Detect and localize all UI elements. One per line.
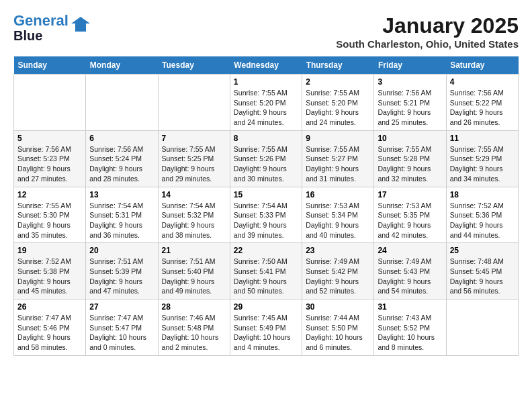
calendar-cell: 14Sunrise: 7:54 AM Sunset: 5:32 PM Dayli… <box>158 187 230 243</box>
day-number: 24 <box>378 246 442 255</box>
day-info: Sunrise: 7:56 AM Sunset: 5:22 PM Dayligh… <box>450 88 515 128</box>
day-number: 3 <box>378 77 442 87</box>
calendar-cell: 12Sunrise: 7:55 AM Sunset: 5:30 PM Dayli… <box>14 187 86 243</box>
calendar-cell: 5Sunrise: 7:56 AM Sunset: 5:23 PM Daylig… <box>14 130 86 187</box>
day-number: 20 <box>89 246 154 255</box>
calendar-week-5: 26Sunrise: 7:47 AM Sunset: 5:46 PM Dayli… <box>14 300 519 356</box>
column-header-tuesday: Tuesday <box>158 56 230 75</box>
calendar-cell: 20Sunrise: 7:51 AM Sunset: 5:39 PM Dayli… <box>86 243 158 300</box>
calendar-cell: 16Sunrise: 7:53 AM Sunset: 5:34 PM Dayli… <box>302 187 374 243</box>
calendar-cell: 4Sunrise: 7:56 AM Sunset: 5:22 PM Daylig… <box>446 75 518 131</box>
day-number: 19 <box>17 246 82 255</box>
day-number: 15 <box>234 190 298 199</box>
logo-icon <box>71 17 90 34</box>
day-info: Sunrise: 7:56 AM Sunset: 5:23 PM Dayligh… <box>17 144 82 184</box>
day-info: Sunrise: 7:53 AM Sunset: 5:35 PM Dayligh… <box>378 201 442 240</box>
day-info: Sunrise: 7:54 AM Sunset: 5:33 PM Dayligh… <box>234 201 298 240</box>
day-number: 10 <box>378 134 442 143</box>
day-info: Sunrise: 7:56 AM Sunset: 5:24 PM Dayligh… <box>89 144 154 184</box>
day-number: 30 <box>306 302 370 312</box>
svg-marker-0 <box>71 17 90 32</box>
calendar-cell: 2Sunrise: 7:55 AM Sunset: 5:20 PM Daylig… <box>302 75 374 131</box>
day-info: Sunrise: 7:55 AM Sunset: 5:20 PM Dayligh… <box>306 88 370 128</box>
day-number: 7 <box>162 134 226 143</box>
day-info: Sunrise: 7:55 AM Sunset: 5:20 PM Dayligh… <box>234 88 298 128</box>
calendar-subtitle: South Charleston, Ohio, United States <box>336 38 519 50</box>
day-info: Sunrise: 7:47 AM Sunset: 5:46 PM Dayligh… <box>17 313 82 353</box>
calendar-cell <box>14 75 86 131</box>
day-info: Sunrise: 7:45 AM Sunset: 5:49 PM Dayligh… <box>234 313 298 353</box>
calendar-cell <box>158 75 230 131</box>
day-info: Sunrise: 7:52 AM Sunset: 5:38 PM Dayligh… <box>17 257 82 296</box>
calendar-cell: 1Sunrise: 7:55 AM Sunset: 5:20 PM Daylig… <box>230 75 302 131</box>
calendar-cell: 11Sunrise: 7:55 AM Sunset: 5:29 PM Dayli… <box>446 130 518 187</box>
calendar-cell: 27Sunrise: 7:47 AM Sunset: 5:47 PM Dayli… <box>86 300 158 356</box>
column-header-friday: Friday <box>374 56 446 75</box>
day-info: Sunrise: 7:55 AM Sunset: 5:27 PM Dayligh… <box>306 144 370 184</box>
logo-text: General Blue <box>13 13 69 43</box>
day-number: 21 <box>162 246 226 255</box>
day-info: Sunrise: 7:44 AM Sunset: 5:50 PM Dayligh… <box>306 313 370 353</box>
day-number: 23 <box>306 246 370 255</box>
day-info: Sunrise: 7:52 AM Sunset: 5:36 PM Dayligh… <box>450 201 515 240</box>
calendar-table: SundayMondayTuesdayWednesdayThursdayFrid… <box>13 56 519 356</box>
calendar-cell: 30Sunrise: 7:44 AM Sunset: 5:50 PM Dayli… <box>302 300 374 356</box>
day-number: 16 <box>306 190 370 199</box>
calendar-cell: 26Sunrise: 7:47 AM Sunset: 5:46 PM Dayli… <box>14 300 86 356</box>
calendar-cell: 31Sunrise: 7:43 AM Sunset: 5:52 PM Dayli… <box>374 300 446 356</box>
day-info: Sunrise: 7:50 AM Sunset: 5:41 PM Dayligh… <box>234 257 298 296</box>
day-number: 9 <box>306 134 370 143</box>
day-number: 4 <box>450 77 515 87</box>
calendar-cell: 24Sunrise: 7:49 AM Sunset: 5:43 PM Dayli… <box>374 243 446 300</box>
calendar-cell: 21Sunrise: 7:51 AM Sunset: 5:40 PM Dayli… <box>158 243 230 300</box>
day-number: 12 <box>17 190 82 199</box>
calendar-cell: 10Sunrise: 7:55 AM Sunset: 5:28 PM Dayli… <box>374 130 446 187</box>
column-header-sunday: Sunday <box>14 56 86 75</box>
calendar-week-3: 12Sunrise: 7:55 AM Sunset: 5:30 PM Dayli… <box>14 187 519 243</box>
calendar-cell: 15Sunrise: 7:54 AM Sunset: 5:33 PM Dayli… <box>230 187 302 243</box>
day-number: 13 <box>89 190 154 199</box>
day-info: Sunrise: 7:55 AM Sunset: 5:26 PM Dayligh… <box>234 144 298 184</box>
day-number: 11 <box>450 134 515 143</box>
day-info: Sunrise: 7:53 AM Sunset: 5:34 PM Dayligh… <box>306 201 370 240</box>
day-info: Sunrise: 7:43 AM Sunset: 5:52 PM Dayligh… <box>378 313 442 353</box>
day-info: Sunrise: 7:54 AM Sunset: 5:31 PM Dayligh… <box>89 201 154 240</box>
calendar-cell: 28Sunrise: 7:46 AM Sunset: 5:48 PM Dayli… <box>158 300 230 356</box>
day-number: 5 <box>17 134 82 143</box>
day-info: Sunrise: 7:55 AM Sunset: 5:29 PM Dayligh… <box>450 144 515 184</box>
day-number: 2 <box>306 77 370 87</box>
calendar-cell: 8Sunrise: 7:55 AM Sunset: 5:26 PM Daylig… <box>230 130 302 187</box>
column-header-saturday: Saturday <box>446 56 518 75</box>
day-number: 26 <box>17 302 82 312</box>
day-info: Sunrise: 7:56 AM Sunset: 5:21 PM Dayligh… <box>378 88 442 128</box>
calendar-cell: 23Sunrise: 7:49 AM Sunset: 5:42 PM Dayli… <box>302 243 374 300</box>
calendar-week-1: 1Sunrise: 7:55 AM Sunset: 5:20 PM Daylig… <box>14 75 519 131</box>
calendar-cell: 13Sunrise: 7:54 AM Sunset: 5:31 PM Dayli… <box>86 187 158 243</box>
calendar-cell: 19Sunrise: 7:52 AM Sunset: 5:38 PM Dayli… <box>14 243 86 300</box>
day-info: Sunrise: 7:51 AM Sunset: 5:40 PM Dayligh… <box>162 257 226 296</box>
day-number: 28 <box>162 302 226 312</box>
calendar-cell <box>86 75 158 131</box>
day-number: 6 <box>89 134 154 143</box>
calendar-cell: 18Sunrise: 7:52 AM Sunset: 5:36 PM Dayli… <box>446 187 518 243</box>
calendar-cell: 17Sunrise: 7:53 AM Sunset: 5:35 PM Dayli… <box>374 187 446 243</box>
day-info: Sunrise: 7:51 AM Sunset: 5:39 PM Dayligh… <box>89 257 154 296</box>
calendar-week-2: 5Sunrise: 7:56 AM Sunset: 5:23 PM Daylig… <box>14 130 519 187</box>
calendar-cell: 22Sunrise: 7:50 AM Sunset: 5:41 PM Dayli… <box>230 243 302 300</box>
day-info: Sunrise: 7:54 AM Sunset: 5:32 PM Dayligh… <box>162 201 226 240</box>
day-number: 8 <box>234 134 298 143</box>
day-number: 17 <box>378 190 442 199</box>
calendar-week-4: 19Sunrise: 7:52 AM Sunset: 5:38 PM Dayli… <box>14 243 519 300</box>
column-header-wednesday: Wednesday <box>230 56 302 75</box>
day-number: 27 <box>89 302 154 312</box>
column-header-thursday: Thursday <box>302 56 374 75</box>
day-number: 14 <box>162 190 226 199</box>
day-info: Sunrise: 7:55 AM Sunset: 5:28 PM Dayligh… <box>378 144 442 184</box>
day-number: 25 <box>450 246 515 255</box>
calendar-cell <box>446 300 518 356</box>
day-number: 29 <box>234 302 298 312</box>
calendar-cell: 3Sunrise: 7:56 AM Sunset: 5:21 PM Daylig… <box>374 75 446 131</box>
logo: General Blue <box>13 13 90 43</box>
day-number: 22 <box>234 246 298 255</box>
calendar-title: January 2025 <box>336 13 519 38</box>
